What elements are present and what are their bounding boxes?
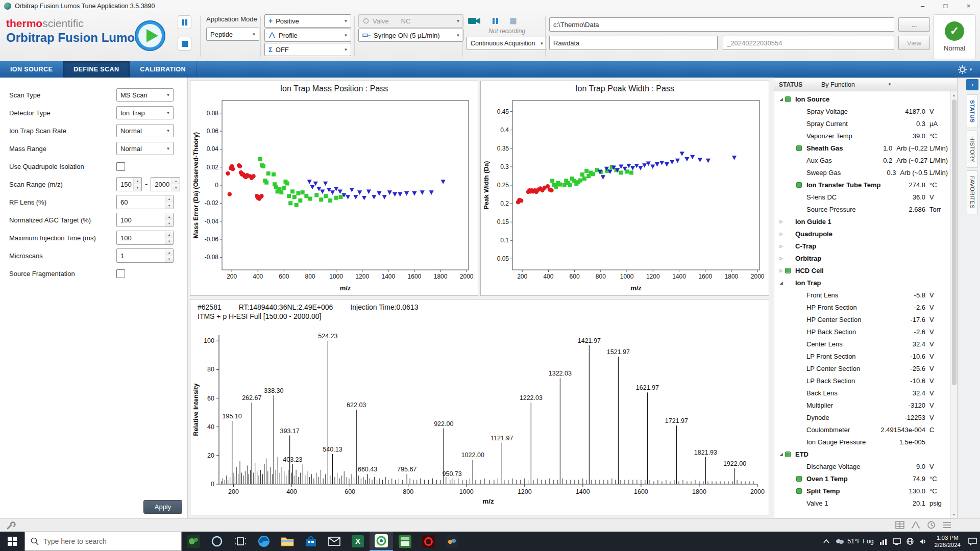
- status-row-ion-trap[interactable]: ◢Ion Trap: [774, 277, 948, 289]
- normalized-agc-target-stepper[interactable]: 100 ▲▼: [116, 213, 174, 227]
- minimize-button[interactable]: –: [911, 0, 934, 12]
- tree-expanded-icon[interactable]: ◢: [777, 452, 785, 457]
- spin-down-icon[interactable]: ▼: [165, 202, 173, 209]
- tray-monitor-icon[interactable]: [893, 538, 901, 545]
- taskbar-cortana[interactable]: [205, 532, 229, 551]
- sid-select[interactable]: Σ OFF ▼: [264, 43, 351, 56]
- signal-view-button[interactable]: [911, 521, 920, 531]
- spin-down-icon[interactable]: ▼: [172, 184, 180, 191]
- stop-acquisition-button[interactable]: [510, 18, 517, 24]
- tray-volume-icon[interactable]: [919, 538, 927, 545]
- tree-expanded-icon[interactable]: ◢: [777, 281, 785, 285]
- weather-widget[interactable]: 51°F Fog: [835, 538, 874, 545]
- use-quadrupole-isolation-checkbox[interactable]: [116, 162, 125, 171]
- tab-define-scan[interactable]: DEFINE SCAN: [63, 61, 130, 78]
- taskbar-tune-app[interactable]: [370, 532, 393, 551]
- spin-up-icon[interactable]: ▲: [172, 178, 180, 184]
- spin-up-icon[interactable]: ▲: [165, 195, 173, 202]
- taskbar-green-window-app[interactable]: [393, 532, 416, 551]
- side-tab-favorites[interactable]: FAVORITES: [967, 170, 978, 214]
- detector-type-select[interactable]: Ion Trap ▼: [116, 106, 174, 119]
- application-mode-select[interactable]: Peptide ▼: [206, 28, 259, 41]
- tree-collapsed-icon[interactable]: ▷: [777, 268, 785, 273]
- side-tab-history[interactable]: HISTORY: [967, 131, 978, 168]
- view-button[interactable]: View: [898, 36, 930, 50]
- spin-down-icon[interactable]: ▼: [134, 184, 141, 191]
- acquisition-mode-select[interactable]: Continuous Acquisition ▼: [467, 37, 547, 50]
- data-path-input[interactable]: [549, 17, 894, 32]
- taskbar-edge[interactable]: [252, 532, 276, 551]
- collapse-panel-button[interactable]: ›: [966, 79, 978, 90]
- standby-button[interactable]: [178, 15, 191, 29]
- tray-meter-icon[interactable]: [879, 538, 887, 545]
- history-view-button[interactable]: [927, 521, 936, 531]
- tree-collapsed-icon[interactable]: ▷: [777, 219, 785, 224]
- tab-calibration[interactable]: CALIBRATION: [130, 61, 197, 78]
- scan-range-low-stepper[interactable]: 150 ▲▼: [116, 177, 142, 191]
- tray-chevron-up-button[interactable]: [823, 539, 829, 543]
- settings-menu[interactable]: ▼: [958, 61, 980, 78]
- record-camera-button[interactable]: [468, 16, 481, 26]
- status-row-orbitrap[interactable]: ▷Orbitrap: [774, 252, 948, 264]
- microscans-stepper[interactable]: 1 ▲▼: [116, 248, 174, 263]
- system-state-indicator[interactable]: ✓ Normal: [933, 14, 976, 59]
- scan-range-high-stepper[interactable]: 2000 ▲▼: [151, 177, 180, 191]
- status-scrollbar[interactable]: ▲ ▼: [950, 91, 957, 518]
- taskbar-file-explorer[interactable]: [276, 532, 299, 551]
- source-fragmentation-checkbox[interactable]: [116, 269, 125, 278]
- spin-up-icon[interactable]: ▲: [165, 231, 173, 238]
- status-row-quadrupole[interactable]: ▷Quadrupole: [774, 228, 948, 240]
- status-row-ion-guide-1[interactable]: ▷Ion Guide 1: [774, 215, 948, 228]
- taskbar-misc-app[interactable]: [440, 532, 463, 551]
- scroll-down-icon[interactable]: ▼: [952, 511, 956, 518]
- tree-collapsed-icon[interactable]: ▷: [777, 256, 785, 261]
- status-filter-select[interactable]: By Function ▼: [821, 81, 892, 88]
- system-on-button[interactable]: [134, 19, 166, 52]
- taskbar-store[interactable]: [299, 532, 323, 551]
- action-center-button[interactable]: [968, 538, 977, 545]
- ion-trap-scan-rate-select[interactable]: Normal ▼: [116, 124, 174, 137]
- taskbar-task-view[interactable]: [229, 532, 252, 551]
- spin-down-icon[interactable]: ▼: [165, 220, 173, 227]
- status-row-ion-source[interactable]: ◢Ion Source: [774, 93, 948, 105]
- status-row-hcd-cell[interactable]: ▷HCD Cell: [774, 264, 948, 277]
- polarity-select[interactable]: + Positive ▼: [264, 14, 351, 28]
- taskbar-acrobat[interactable]: [416, 532, 440, 551]
- apply-button[interactable]: Apply: [143, 500, 182, 514]
- start-button[interactable]: [0, 532, 24, 551]
- tree-expanded-icon[interactable]: ◢: [777, 97, 785, 102]
- side-tab-status[interactable]: STATUS: [967, 94, 978, 128]
- data-type-select[interactable]: Profile ▼: [264, 29, 351, 42]
- spin-up-icon[interactable]: ▲: [165, 213, 173, 220]
- syringe-select[interactable]: Syringe ON (5 µL/min) ▼: [358, 29, 463, 42]
- scrollbar-thumb[interactable]: [952, 99, 957, 385]
- off-button[interactable]: [178, 37, 191, 51]
- browse-button[interactable]: ...: [898, 17, 930, 32]
- taskbar-excel[interactable]: X: [346, 532, 370, 551]
- maximum-injection-time-stepper[interactable]: 100 ▲▼: [116, 231, 174, 245]
- taskbar-search[interactable]: [24, 532, 182, 551]
- scan-type-select[interactable]: MS Scan ▼: [116, 88, 174, 102]
- tray-network-icon[interactable]: [906, 538, 914, 545]
- list-view-button[interactable]: [942, 521, 951, 531]
- raw-file-suffix-input[interactable]: [723, 36, 894, 50]
- pause-acquisition-button[interactable]: [492, 17, 499, 24]
- raw-file-name-input[interactable]: [549, 36, 718, 50]
- mass-range-select[interactable]: Normal ▼: [116, 142, 174, 155]
- tab-ion-source[interactable]: ION SOURCE: [0, 61, 63, 78]
- scroll-up-icon[interactable]: ▲: [952, 91, 956, 98]
- taskbar-plant-app[interactable]: [182, 532, 205, 551]
- grid-view-button[interactable]: [895, 521, 904, 531]
- taskbar-mail[interactable]: [323, 532, 346, 551]
- maximize-button[interactable]: □: [934, 0, 957, 12]
- spin-up-icon[interactable]: ▲: [165, 249, 173, 256]
- rf-lens-stepper[interactable]: 60 ▲▼: [116, 195, 174, 209]
- spin-down-icon[interactable]: ▼: [165, 256, 173, 262]
- status-row-c-trap[interactable]: ▷C-Trap: [774, 240, 948, 252]
- spin-down-icon[interactable]: ▼: [165, 238, 173, 244]
- tray-clock[interactable]: 1:03 PM 2/26/2024: [933, 534, 963, 548]
- tree-collapsed-icon[interactable]: ▷: [777, 244, 785, 248]
- tools-button[interactable]: [6, 520, 16, 532]
- close-button[interactable]: ×: [957, 0, 980, 12]
- status-row-etd[interactable]: ◢ETD: [774, 448, 948, 460]
